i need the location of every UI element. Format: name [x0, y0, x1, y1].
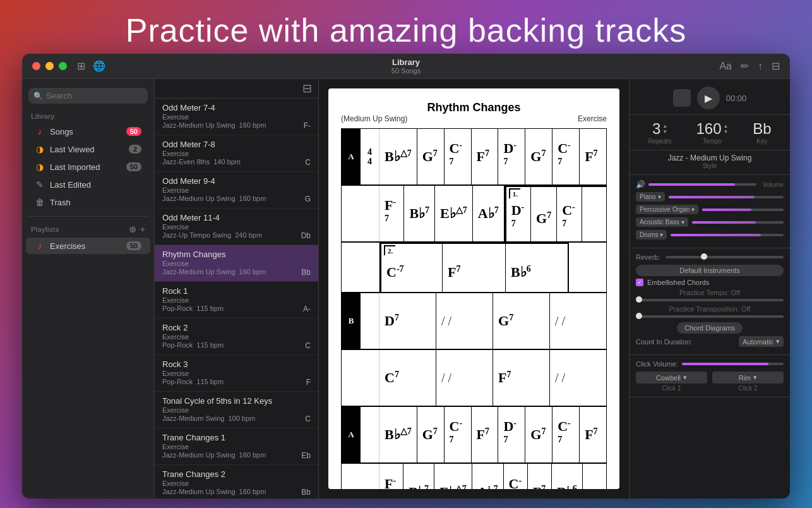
- cowbell-button[interactable]: Cowbell ▾: [636, 372, 707, 384]
- minimize-button[interactable]: [45, 62, 54, 70]
- practice-tempo-slider[interactable]: [636, 299, 784, 301]
- drums-button[interactable]: Drums ▾: [636, 230, 667, 239]
- add-playlist-icon[interactable]: ⊕: [129, 224, 136, 234]
- song-type: Exercise: [162, 480, 311, 487]
- default-instruments-button[interactable]: Default Instruments: [636, 265, 784, 276]
- song-type: Exercise: [162, 406, 311, 414]
- section-spacer: [342, 350, 361, 406]
- song-list[interactable]: ⊟ Odd Meter 7-4 Exercise Jazz-Medium Up …: [155, 79, 319, 499]
- search-container[interactable]: 🔍: [28, 88, 148, 104]
- embellished-checkbox[interactable]: ✓: [636, 279, 643, 286]
- chord-symbol: B♭6: [511, 264, 563, 281]
- song-title: Trane Changes 2: [162, 469, 311, 479]
- bass-slider[interactable]: [692, 221, 784, 224]
- sidebar-item-songs[interactable]: ♪ Songs 50: [26, 123, 150, 140]
- chord-symbol: C-7: [509, 476, 522, 489]
- rim-button[interactable]: Rim ▾: [712, 372, 784, 384]
- list-item[interactable]: Odd Meter 7-4 Exercise Jazz-Medium Up Sw…: [155, 99, 318, 135]
- piano-button[interactable]: Piano ▾: [636, 192, 665, 202]
- song-title: Tonal Cycle of 5ths in 12 Keys: [162, 396, 311, 406]
- song-meta: Jazz-Medium Up Swing 160 bpm G: [162, 195, 311, 203]
- slash-marks: / /: [555, 371, 601, 385]
- piano-slider[interactable]: [669, 196, 784, 198]
- drums-slider[interactable]: [671, 234, 784, 236]
- practice-transposition-slider[interactable]: [636, 315, 784, 318]
- sidebar-item-last-edited[interactable]: ✎ Last Edited: [26, 176, 150, 193]
- chord-symbol: B♭△7: [385, 426, 412, 443]
- exercises-badge: 50: [126, 241, 141, 250]
- play-button[interactable]: ▶: [697, 87, 720, 109]
- chord-symbol: F7: [585, 426, 601, 443]
- song-type: Exercise: [162, 223, 311, 231]
- measure: B♭6: [506, 243, 569, 292]
- rim-chevron: ▾: [753, 373, 757, 382]
- font-icon[interactable]: Aa: [719, 61, 732, 72]
- last-viewed-badge: 2: [129, 145, 141, 154]
- chord-diagrams-button[interactable]: Chord Diagrams: [677, 322, 743, 334]
- practice-transposition-thumb[interactable]: [636, 313, 642, 319]
- repeats-stepper[interactable]: ▲▼: [662, 124, 667, 135]
- sidebar-item-last-viewed-label: Last Viewed: [50, 145, 95, 154]
- song-meta: Jazz-Medium Up Swing 160 bpm Bb: [162, 268, 311, 277]
- click-volume-slider[interactable]: [682, 363, 784, 365]
- piano-chevron: ▾: [658, 193, 661, 200]
- sidebar-item-trash[interactable]: 🗑 Trash: [26, 194, 150, 210]
- measure: / /: [436, 293, 493, 349]
- tempo-stepper[interactable]: ▲▼: [723, 124, 728, 135]
- globe-icon[interactable]: 🌐: [93, 60, 105, 72]
- edit-icon[interactable]: ✏: [741, 60, 749, 72]
- list-item[interactable]: Odd Meter 7-8 Exercise Jazz-Even 8ths 14…: [155, 135, 318, 172]
- play-icon: ▶: [705, 92, 712, 104]
- chord-symbol: G7: [530, 426, 547, 443]
- maximize-button[interactable]: [59, 62, 67, 70]
- measure: D-7: [498, 129, 525, 184]
- last-viewed-icon: ◑: [35, 144, 45, 154]
- song-meta: Jazz-Medium Up Swing 160 bpm F-: [162, 121, 311, 130]
- rim-group: Rim ▾ Click 2: [712, 372, 784, 392]
- share-icon[interactable]: ↑: [758, 61, 763, 72]
- list-item[interactable]: Odd Meter 9-4 Exercise Jazz-Medium Up Sw…: [155, 172, 318, 209]
- reverb-thumb[interactable]: [701, 253, 707, 260]
- song-list-header: ⊟: [155, 79, 318, 99]
- more-playlists-icon[interactable]: +: [140, 224, 145, 234]
- list-item[interactable]: Rock 2 Exercise Pop-Rock 115 bpm C: [155, 318, 318, 355]
- key-label: Key: [756, 138, 767, 145]
- split-view-icon[interactable]: ⊟: [302, 82, 312, 95]
- song-meta: Jazz-Even 8ths 140 bpm C: [162, 158, 311, 167]
- sidebar-item-last-imported[interactable]: ◑ Last Imported 50: [26, 159, 150, 175]
- search-input[interactable]: [46, 91, 143, 100]
- close-button[interactable]: [32, 62, 40, 70]
- volume-slider[interactable]: [648, 183, 756, 186]
- list-item[interactable]: Tonal Cycle of 5ths in 12 Keys Exercise …: [155, 392, 318, 428]
- song-meta: Pop-Rock 115 bpm A-: [162, 305, 311, 313]
- song-meta: Pop-Rock 115 bpm F: [162, 378, 311, 387]
- chord-symbol: C-7: [386, 264, 437, 281]
- count-select[interactable]: Automatic ▾: [739, 336, 784, 347]
- song-meta: Pop-Rock 115 bpm C: [162, 341, 311, 350]
- params-row: 3 ▲▼ Repeats 160 ▲▼ Tempo: [630, 115, 790, 150]
- sidebar-item-last-viewed[interactable]: ◑ Last Viewed 2: [26, 141, 150, 157]
- organ-slider[interactable]: [702, 209, 784, 211]
- reverb-slider[interactable]: [666, 256, 784, 258]
- measure: F7: [580, 129, 606, 184]
- song-type: Exercise: [162, 443, 311, 451]
- song-title: Rock 3: [162, 360, 311, 369]
- tempo-param: 160 ▲▼ Tempo: [696, 120, 728, 145]
- measure: F-7: [379, 464, 403, 489]
- list-item[interactable]: Trane Changes 2 Exercise Jazz-Medium Up …: [155, 465, 318, 499]
- reverb-row: Reverb:: [636, 253, 784, 261]
- list-item[interactable]: Rock 3 Exercise Pop-Rock 115 bpm F: [155, 355, 318, 392]
- sidebar-toggle-icon[interactable]: ⊞: [77, 60, 85, 72]
- list-item[interactable]: Rock 1 Exercise Pop-Rock 115 bpm A-: [155, 282, 318, 318]
- spacer: [361, 243, 379, 292]
- song-meta: Jazz-Up Tempo Swing 240 bpm Db: [162, 231, 311, 240]
- list-item[interactable]: Trane Changes 1 Exercise Jazz-Medium Up …: [155, 428, 318, 465]
- view-icon[interactable]: ⊟: [772, 60, 780, 72]
- practice-tempo-thumb[interactable]: [636, 296, 642, 303]
- bass-button[interactable]: Acoustic Bass ▾: [636, 217, 688, 227]
- organ-button[interactable]: Percussive Organ ▾: [636, 205, 698, 214]
- list-item[interactable]: Odd Meter 11-4 Exercise Jazz-Up Tempo Sw…: [155, 209, 318, 245]
- list-item[interactable]: Rhythm Changes Exercise Jazz-Medium Up S…: [155, 245, 318, 282]
- sidebar-item-exercises[interactable]: ♪ Exercises 50: [26, 238, 150, 254]
- stop-button[interactable]: [673, 89, 691, 107]
